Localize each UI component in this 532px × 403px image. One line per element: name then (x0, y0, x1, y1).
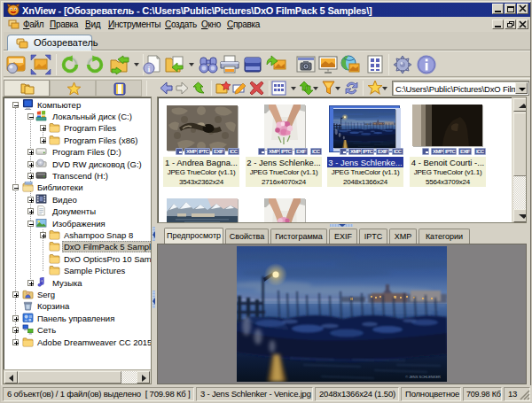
svg-text:© JENS SCHLENKER: © JENS SCHLENKER (405, 375, 441, 379)
